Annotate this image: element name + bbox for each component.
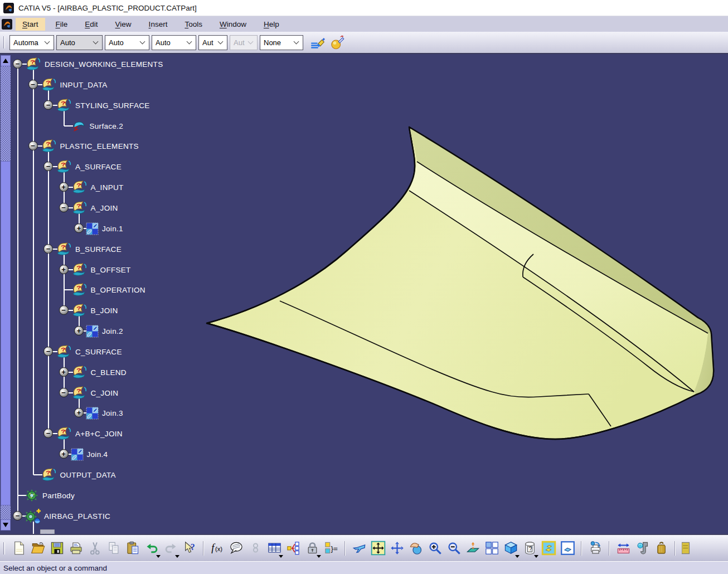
- zoom-out-icon[interactable]: [444, 538, 463, 558]
- expand-handle[interactable]: +: [59, 182, 69, 192]
- menu-window[interactable]: Window: [213, 18, 253, 31]
- collapse-handle[interactable]: −: [43, 162, 53, 171]
- tree-node-b-offset[interactable]: B_OFFSET: [71, 261, 131, 278]
- menu-tools[interactable]: Tools: [178, 18, 209, 31]
- view-mode-icon[interactable]: ?: [520, 538, 539, 558]
- tree-node-b-join[interactable]: B_JOIN: [71, 302, 118, 319]
- collapse-handle[interactable]: −: [59, 203, 69, 212]
- paste-icon[interactable]: [123, 538, 142, 558]
- lock-icon[interactable]: [303, 538, 322, 558]
- tree-node-join-4[interactable]: Join.4: [71, 446, 108, 463]
- menu-insert[interactable]: Insert: [142, 18, 174, 31]
- menu-edit[interactable]: Edit: [78, 18, 104, 31]
- collapse-handle[interactable]: −: [43, 429, 53, 438]
- menu-start[interactable]: Start: [16, 18, 45, 31]
- tree-node-c-join[interactable]: C_JOIN: [71, 385, 119, 401]
- tree-node-plastic-elements[interactable]: PLASTIC_ELEMENTS: [40, 138, 139, 154]
- shading-edges-icon[interactable]: [539, 538, 558, 558]
- relations-icon[interactable]: [284, 538, 303, 558]
- new-document-icon[interactable]: [9, 538, 28, 558]
- collapse-handle[interactable]: −: [43, 244, 53, 254]
- save-icon[interactable]: [47, 538, 66, 558]
- fit-all-in-icon[interactable]: [368, 538, 387, 558]
- tree-node-airbag-plastic[interactable]: AIRBAG_PLASTIC: [25, 508, 110, 524]
- scroll-down-button[interactable]: [1, 519, 11, 531]
- expand-handle[interactable]: +: [74, 408, 84, 417]
- open-folder-icon[interactable]: [28, 538, 47, 558]
- collapse-handle[interactable]: −: [59, 305, 69, 315]
- tree-node-design-working-elements[interactable]: DESIGN_WORKING_ELEMENTS: [25, 56, 163, 72]
- graphic-properties-combo-2[interactable]: Auto: [56, 35, 103, 50]
- tree-node-a-input[interactable]: A_INPUT: [71, 179, 124, 196]
- dropdown-arrow-icon[interactable]: [534, 555, 538, 558]
- document-app-icon[interactable]: [2, 19, 12, 30]
- expand-handle[interactable]: +: [59, 265, 69, 274]
- collapse-handle[interactable]: −: [13, 511, 22, 521]
- graphic-properties-combo-7[interactable]: None: [260, 35, 303, 50]
- tree-scrollbar[interactable]: [1, 55, 11, 532]
- tree-node-partial[interactable]: [40, 528, 58, 534]
- tree-node-a-join[interactable]: A_JOIN: [71, 200, 118, 216]
- iso-view-icon[interactable]: [501, 538, 520, 558]
- scrollbar-thumb[interactable]: [1, 161, 11, 505]
- tree-node-output-data[interactable]: OUTPUT_DATA: [40, 466, 116, 483]
- tree-node-input-data[interactable]: INPUT_DATA: [40, 76, 108, 93]
- dropdown-arrow-icon[interactable]: [156, 555, 161, 558]
- dropdown-arrow-icon[interactable]: [279, 555, 283, 558]
- design-table-icon[interactable]: [265, 538, 284, 558]
- multi-view-icon[interactable]: [482, 538, 501, 558]
- graphic-properties-combo-5[interactable]: Aut: [198, 35, 227, 50]
- tree-node-a-b-c-join[interactable]: A+B+C_JOIN: [55, 425, 123, 442]
- scroll-up-button[interactable]: [1, 55, 11, 66]
- 3d-viewport[interactable]: DESIGN_WORKING_ELEMENTS−INPUT_DATA−STYLI…: [0, 54, 728, 534]
- scrollbar-track-top[interactable]: [1, 66, 11, 161]
- collapse-handle[interactable]: −: [43, 347, 53, 356]
- expand-handle[interactable]: +: [74, 326, 84, 335]
- apply-material-icon[interactable]: [329, 34, 346, 51]
- normal-view-icon[interactable]: [463, 538, 482, 558]
- tree-node-b-surface[interactable]: B_SURFACE: [55, 241, 122, 257]
- tree-node-a-surface[interactable]: A_SURFACE: [55, 158, 122, 175]
- tree-node-surface-2[interactable]: Surface.2: [71, 118, 123, 134]
- pan-icon[interactable]: [387, 538, 406, 558]
- collapse-handle[interactable]: −: [43, 100, 53, 110]
- tree-node-c-surface[interactable]: C_SURFACE: [55, 343, 122, 360]
- toolbar-grip[interactable]: [3, 542, 5, 554]
- partial-clipped-icon[interactable]: [680, 538, 698, 558]
- graphic-properties-painter-icon[interactable]: [309, 34, 326, 51]
- measure-inertia-icon[interactable]: [652, 538, 671, 558]
- tree-node-join-1[interactable]: Join.1: [86, 220, 123, 237]
- dropdown-arrow-icon[interactable]: [175, 555, 179, 558]
- tree-node-c-blend[interactable]: C_BLEND: [71, 364, 127, 381]
- menu-help[interactable]: Help: [257, 18, 286, 31]
- tree-node-styling-surface[interactable]: STYLING_SURFACE: [55, 97, 150, 114]
- measure-between-icon[interactable]: [614, 538, 633, 558]
- expand-handle[interactable]: +: [59, 367, 69, 377]
- menu-view[interactable]: View: [109, 18, 138, 31]
- collapse-handle[interactable]: −: [28, 80, 38, 89]
- tree-node-join-3[interactable]: Join.3: [86, 405, 123, 421]
- collapse-handle[interactable]: −: [13, 59, 22, 69]
- print-icon[interactable]: [66, 538, 85, 558]
- tree-node-b-operation[interactable]: B_OPERATION: [71, 281, 145, 298]
- expand-handle[interactable]: +: [74, 223, 84, 233]
- measure-item-icon[interactable]: [633, 538, 652, 558]
- scrollbar-track-bottom[interactable]: [1, 505, 11, 519]
- hidden-edges-icon[interactable]: [558, 538, 577, 558]
- whats-this-icon[interactable]: ?: [180, 538, 199, 558]
- equivalent-dimensions-icon[interactable]: }=: [322, 538, 341, 558]
- comment-icon[interactable]: [227, 538, 246, 558]
- tree-node-partbody[interactable]: PartBody: [25, 487, 75, 504]
- expand-handle[interactable]: +: [59, 449, 69, 459]
- collapse-handle[interactable]: −: [28, 141, 38, 150]
- formula-icon[interactable]: f(x): [208, 538, 227, 558]
- toolbar-grip[interactable]: [3, 36, 5, 48]
- rotate-icon[interactable]: [406, 538, 425, 558]
- quick-print-icon[interactable]: [586, 538, 605, 558]
- menu-file[interactable]: File: [49, 18, 75, 31]
- graphic-properties-combo-3[interactable]: Auto: [105, 35, 149, 50]
- fly-mode-icon[interactable]: [350, 538, 368, 558]
- graphic-properties-combo-1[interactable]: Automa: [9, 35, 54, 50]
- dropdown-arrow-icon[interactable]: [515, 555, 520, 558]
- dropdown-arrow-icon[interactable]: [317, 555, 321, 558]
